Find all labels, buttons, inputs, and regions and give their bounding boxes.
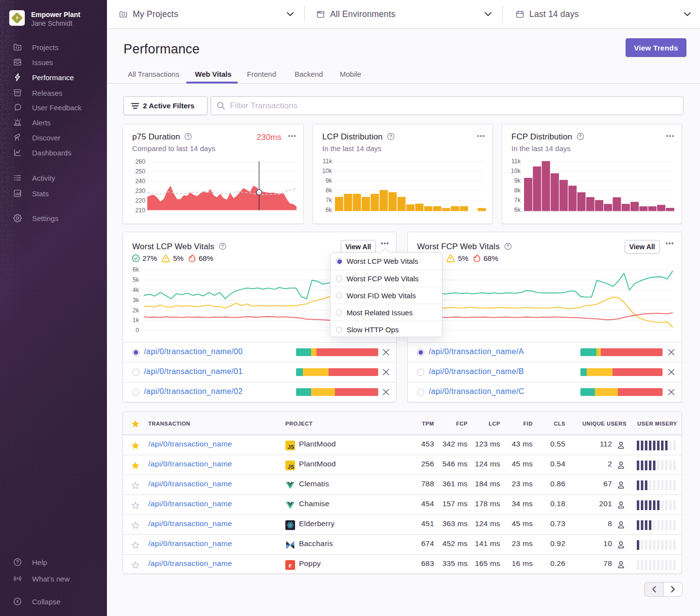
- svg-text:6k: 6k: [326, 206, 332, 213]
- svg-text:220: 220: [135, 197, 145, 204]
- svg-text:7k: 7k: [326, 197, 332, 204]
- svg-text:JS: JS: [288, 464, 294, 470]
- svg-text:JS: JS: [288, 444, 294, 450]
- svg-text:3k: 3k: [133, 297, 140, 304]
- svg-text:7k: 7k: [514, 197, 521, 204]
- svg-text:250: 250: [135, 168, 145, 175]
- svg-text:10k: 10k: [322, 168, 332, 174]
- svg-text:6k: 6k: [514, 206, 521, 213]
- svg-text:6k: 6k: [133, 266, 140, 273]
- svg-text:230: 230: [135, 188, 145, 194]
- svg-text:e: e: [289, 562, 292, 569]
- svg-text:0: 0: [136, 327, 139, 334]
- svg-text:240: 240: [135, 178, 145, 185]
- svg-text:10k: 10k: [511, 168, 521, 174]
- svg-text:9k: 9k: [514, 177, 521, 184]
- svg-text:8k: 8k: [326, 187, 332, 194]
- svg-text:5k: 5k: [133, 276, 140, 283]
- svg-text:2k: 2k: [133, 307, 140, 314]
- svg-text:9k: 9k: [326, 177, 332, 184]
- svg-text:11k: 11k: [323, 158, 332, 165]
- svg-text:260: 260: [135, 158, 145, 165]
- svg-text:11k: 11k: [511, 158, 521, 165]
- svg-text:8k: 8k: [514, 187, 521, 194]
- svg-text:1k: 1k: [133, 317, 140, 324]
- svg-text:210: 210: [135, 207, 145, 214]
- svg-text:4k: 4k: [133, 287, 140, 293]
